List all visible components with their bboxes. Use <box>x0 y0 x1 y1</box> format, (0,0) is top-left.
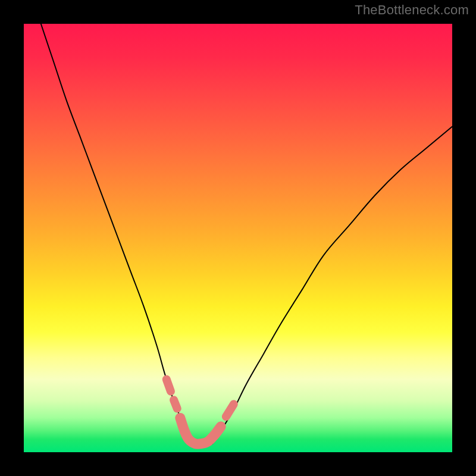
bottleneck-curve <box>24 24 452 452</box>
watermark-label: TheBottleneck.com <box>355 2 469 18</box>
chart-frame: TheBottleneck.com <box>0 0 476 476</box>
trough-bead-left-2 <box>174 400 177 408</box>
trough-bead-left-1 <box>167 380 171 392</box>
curve-right-branch <box>212 127 452 444</box>
trough-segment-main <box>180 418 221 444</box>
plot-area <box>24 24 452 452</box>
trough-bead-right-1 <box>226 404 234 416</box>
